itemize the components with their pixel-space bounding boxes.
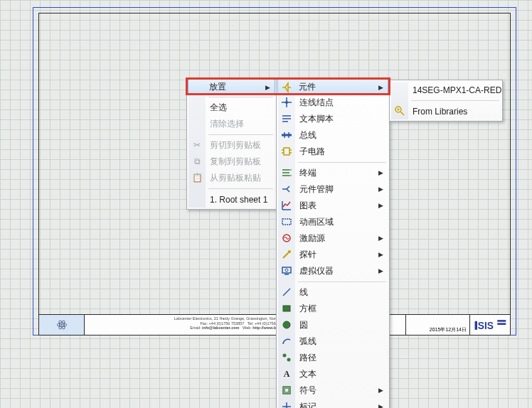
component-icon <box>281 82 292 93</box>
magnifier-icon <box>394 105 405 117</box>
submenu-arrow-icon: ▶ <box>378 267 383 274</box>
submenu-arrow-icon: ▶ <box>378 186 383 193</box>
anim-region-icon <box>281 216 292 227</box>
terminal-label: 终端 <box>299 167 316 179</box>
web-label: Web: <box>243 326 252 330</box>
symbol-icon <box>281 385 292 396</box>
svg-rect-13 <box>282 267 291 273</box>
addr1: 21 Hardy Grange, <box>214 316 245 321</box>
anim-region-label: 动画区域 <box>299 216 334 228</box>
svg-rect-4 <box>475 321 477 330</box>
pin-label: 元件管脚 <box>299 183 334 195</box>
submenu-arrow-icon: ▶ <box>378 235 383 242</box>
text-icon: A <box>281 368 292 380</box>
menu-item-circle[interactable]: 圆 <box>278 317 388 333</box>
menu-item-virtual-instrument[interactable]: 虚拟仪器 ▶ <box>278 263 388 279</box>
arc-icon <box>281 335 292 347</box>
atom-logo-cell <box>39 315 85 335</box>
menu-item-junction[interactable]: 连线结点 <box>278 95 388 111</box>
svg-point-8 <box>285 101 288 104</box>
menu-item-path[interactable]: 路径 <box>278 350 388 366</box>
source-label: 激励源 <box>299 232 325 245</box>
svg-point-16 <box>283 321 290 328</box>
component-label: 元件 <box>299 81 316 93</box>
svg-point-14 <box>285 269 288 272</box>
menu-separator <box>298 281 386 282</box>
source-icon <box>281 232 292 244</box>
terminal-icon <box>281 167 292 178</box>
vi-label: 虚拟仪器 <box>299 265 334 277</box>
marker-label: 标记 <box>299 401 316 408</box>
menu-item-probe[interactable]: 探针 ▶ <box>278 247 388 263</box>
symbol-label: 符号 <box>299 385 316 397</box>
menu-item-arc[interactable]: 弧线 <box>278 333 388 350</box>
menu-item-component[interactable]: 元件 ▶ <box>277 79 388 95</box>
svg-rect-20 <box>284 388 289 392</box>
menu-item-cut: ✂ 剪切到剪贴板 <box>188 137 275 154</box>
pin-icon <box>281 183 292 195</box>
fax: Fax: +44 (0)1756 753857 <box>200 321 244 326</box>
menu-separator <box>298 162 386 163</box>
root-sheet-label: 1. Root sheet 1 <box>210 195 267 205</box>
svg-point-12 <box>288 250 291 253</box>
menu-item-anim-region[interactable]: 动画区域 <box>278 214 388 230</box>
svg-rect-6 <box>497 320 506 322</box>
submenu-arrow-icon: ▶ <box>378 202 383 209</box>
date-text: 2015年12月14日 <box>430 326 467 333</box>
menu-item-copy: ⧉ 复制到剪贴板 <box>188 154 275 170</box>
from-libraries-label: From Libraries <box>413 107 467 117</box>
bus-label: 总线 <box>299 129 316 141</box>
menu-item-paste: 📋 从剪贴板粘贴 <box>188 170 275 186</box>
isis-logo-cell: SIS <box>470 315 510 335</box>
svg-point-18 <box>287 358 291 362</box>
line-label: 线 <box>299 286 308 299</box>
submenu-arrow-icon: ▶ <box>378 387 383 394</box>
marker-icon <box>281 401 292 408</box>
path-icon <box>281 352 292 363</box>
menu-item-place[interactable]: 放置 ▶ <box>188 79 275 95</box>
menu-item-select-all[interactable]: 全选 <box>188 100 275 116</box>
menu-item-graph[interactable]: 图表 ▶ <box>278 198 388 214</box>
submenu-arrow-icon: ▶ <box>378 84 383 91</box>
recent-component-label: 14SEG-MPX1-CA-RED <box>413 85 501 95</box>
subcircuit-icon <box>281 146 292 157</box>
menu-separator <box>411 100 499 101</box>
title-block: Labcenter Electronics, 21 Hardy Grange, … <box>38 314 511 335</box>
menu-item-rect[interactable]: 方框 <box>278 301 388 317</box>
place-label: 放置 <box>209 81 226 93</box>
circle-icon <box>281 319 292 331</box>
menu-item-source[interactable]: 激励源 ▶ <box>278 230 388 247</box>
component-submenu: 14SEG-MPX1-CA-RED From Libraries <box>389 80 503 122</box>
line-icon <box>281 286 292 298</box>
path-label: 路径 <box>299 352 316 364</box>
submenu-arrow-icon: ▶ <box>378 403 383 408</box>
menu-item-text-script[interactable]: 文本脚本 <box>278 111 388 127</box>
menu-item-bus[interactable]: 总线 <box>278 127 388 144</box>
bus-icon <box>281 129 292 141</box>
menu-item-clear-selection: 清除选择 <box>188 116 275 132</box>
scissors-icon: ✂ <box>191 139 203 151</box>
menu-item-marker[interactable]: 标记 ▶ <box>278 399 388 408</box>
submenu-arrow-icon: ▶ <box>378 251 383 258</box>
menu-item-symbol[interactable]: 符号 ▶ <box>278 382 388 399</box>
junction-icon <box>281 97 292 108</box>
place-submenu: 元件 ▶ 连线结点 文本脚本 总线 子电路 终端 ▶ 元件管脚 ▶ 图表 ▶ 动… <box>276 77 390 408</box>
text-script-label: 文本脚本 <box>299 113 334 125</box>
select-all-label: 全选 <box>210 102 227 114</box>
circle-label: 圆 <box>299 319 308 331</box>
svg-point-3 <box>61 324 63 326</box>
submenu-arrow-icon: ▶ <box>378 169 383 176</box>
svg-rect-9 <box>284 148 289 155</box>
menu-item-text[interactable]: A 文本 <box>278 366 388 382</box>
menu-separator <box>208 188 273 189</box>
menu-item-line[interactable]: 线 <box>278 284 388 301</box>
menu-item-from-libraries[interactable]: From Libraries <box>391 103 501 119</box>
menu-item-recent-component[interactable]: 14SEG-MPX1-CA-RED <box>391 82 501 98</box>
title-block-date-cell: 2015年12月14日 <box>406 315 470 335</box>
text-script-icon <box>281 113 292 124</box>
menu-item-pin[interactable]: 元件管脚 ▶ <box>278 181 388 198</box>
probe-label: 探针 <box>299 249 316 261</box>
menu-item-terminal[interactable]: 终端 ▶ <box>278 165 388 181</box>
menu-item-root-sheet[interactable]: 1. Root sheet 1 <box>188 191 275 208</box>
menu-item-subcircuit[interactable]: 子电路 <box>278 144 388 160</box>
